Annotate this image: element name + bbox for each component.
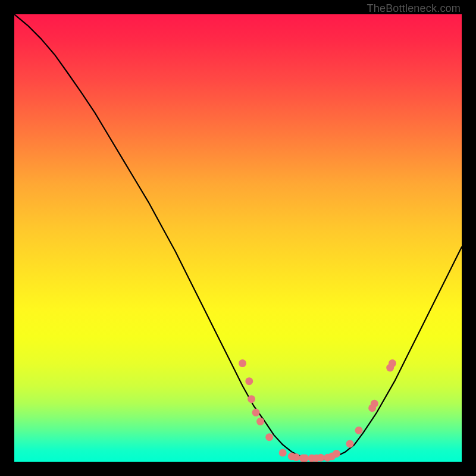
data-dot xyxy=(317,454,325,462)
plot-area xyxy=(14,14,462,462)
data-dot xyxy=(292,453,300,461)
data-dot xyxy=(279,449,287,456)
data-dot xyxy=(245,377,253,385)
data-dot xyxy=(265,433,273,441)
data-dot xyxy=(389,359,396,367)
chart-frame: TheBottleneck.com xyxy=(0,0,476,476)
data-dot xyxy=(248,395,255,403)
watermark-text: TheBottleneck.com xyxy=(367,2,461,15)
bottleneck-curve xyxy=(14,14,462,460)
data-dot xyxy=(346,440,354,447)
chart-svg xyxy=(14,14,462,462)
data-dot xyxy=(256,418,264,425)
data-dot xyxy=(301,454,309,462)
data-dot xyxy=(371,400,378,408)
data-dot xyxy=(252,409,260,416)
data-dot xyxy=(239,359,246,367)
data-dot xyxy=(333,450,340,458)
data-dot xyxy=(355,427,363,434)
